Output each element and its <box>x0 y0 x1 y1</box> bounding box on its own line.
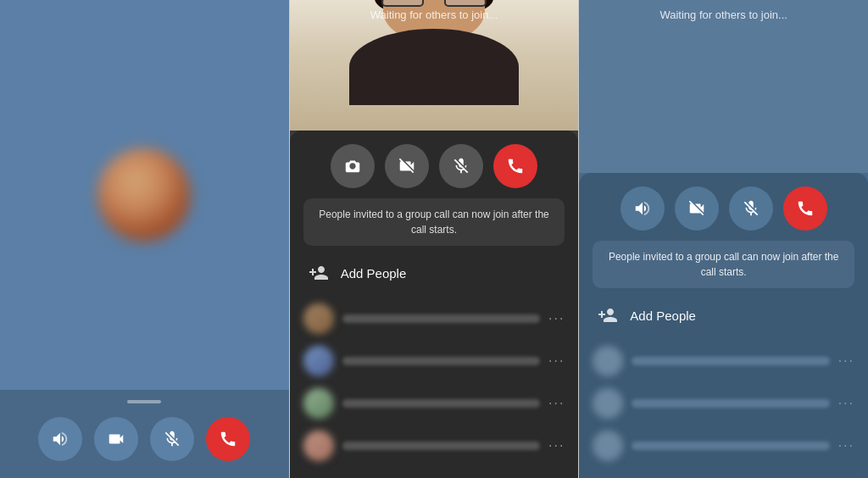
video-icon-p1 <box>107 430 125 448</box>
speaker-button[interactable] <box>38 417 82 461</box>
panel-active-call-light: Waiting for others to join... <box>579 0 868 478</box>
speaker-button-p3[interactable] <box>620 186 665 231</box>
contact-avatar-p3-3 <box>593 431 623 461</box>
contact-item-1: ··· <box>303 300 565 337</box>
camera-flip-button[interactable] <box>331 144 375 188</box>
contact-item-p3-1: ··· <box>593 342 854 380</box>
contact-avatar-p3-2 <box>593 388 623 419</box>
video-off-button[interactable] <box>385 144 429 188</box>
contact-dots-1: ··· <box>548 311 565 326</box>
swipe-indicator <box>127 400 161 403</box>
video-button-p3[interactable] <box>675 186 719 231</box>
contact-name-3 <box>342 399 540 408</box>
panel-active-call-dark: Waiting for others to join... <box>290 0 579 478</box>
end-call-icon-p3 <box>796 199 815 218</box>
contact-name-p3-1 <box>632 357 829 365</box>
mute-button-p1[interactable] <box>150 417 194 461</box>
waiting-text-p3: Waiting for others to join... <box>579 8 868 21</box>
info-box-p3: People invited to a group call can now j… <box>593 241 854 288</box>
contact-avatar-4 <box>303 431 334 461</box>
add-person-icon-p3 <box>598 305 618 325</box>
avatar-container <box>0 0 289 390</box>
add-people-row-p2[interactable]: Add People <box>303 256 565 290</box>
contact-name-p3-3 <box>632 442 829 450</box>
sheet-controls-p3 <box>593 186 854 231</box>
contact-avatar-p3-1 <box>593 346 623 376</box>
bottom-sheet-p3: People invited to a group call can now j… <box>579 173 868 478</box>
mute-button-p3[interactable] <box>729 186 773 231</box>
add-person-icon <box>309 263 329 283</box>
speaker-icon-p3 <box>633 199 652 218</box>
contact-item-p3-3: ··· <box>593 427 854 464</box>
contact-name-p3-2 <box>632 399 829 408</box>
controls-bar-panel1 <box>0 390 289 478</box>
add-people-label-p2: Add People <box>341 266 407 281</box>
contact-item-p3-2: ··· <box>593 385 854 422</box>
contact-dots-4: ··· <box>548 438 565 453</box>
camera-flip-icon <box>343 157 362 175</box>
sheet-controls-p2 <box>303 144 565 188</box>
end-call-icon-p1 <box>219 430 237 448</box>
contact-dots-p3-1: ··· <box>838 353 854 369</box>
add-people-label-p3: Add People <box>630 308 696 323</box>
contact-avatar-2 <box>303 346 334 376</box>
contact-dots-2: ··· <box>548 353 565 369</box>
contact-item-2: ··· <box>303 342 565 380</box>
end-call-button-p1[interactable] <box>206 417 250 461</box>
contact-list-p2: ··· ··· ··· ··· <box>303 300 565 464</box>
speaker-icon <box>51 430 70 448</box>
contact-item-4: ··· <box>303 427 565 464</box>
contact-dots-p3-3: ··· <box>838 438 854 453</box>
video-area-p3: Waiting for others to join... <box>579 0 868 173</box>
contact-dots-p3-2: ··· <box>838 396 854 411</box>
control-buttons-panel1 <box>38 417 250 461</box>
mute-icon-p1 <box>163 430 181 448</box>
end-call-button-p3[interactable] <box>783 186 827 231</box>
video-icon-p3 <box>687 199 706 218</box>
contact-avatar-blurred <box>97 148 191 242</box>
bottom-sheet-p2: People invited to a group call can now j… <box>290 131 579 478</box>
end-call-icon-p2 <box>506 157 525 175</box>
contact-name-2 <box>342 357 540 365</box>
contact-name-1 <box>342 314 540 323</box>
contact-avatar-1 <box>303 303 334 334</box>
contact-list-p3: ··· ··· ··· <box>593 342 854 464</box>
contact-dots-3: ··· <box>548 396 565 411</box>
panel-incoming-call <box>0 0 289 478</box>
add-people-icon-p2 <box>305 259 332 286</box>
contact-name-4 <box>342 442 540 450</box>
contact-item-3: ··· <box>303 385 565 422</box>
waiting-text-p2: Waiting for others to join... <box>290 8 579 21</box>
mute-button-p2[interactable] <box>439 144 483 188</box>
add-people-icon-p3 <box>594 302 621 329</box>
mute-icon-p3 <box>742 199 760 218</box>
video-button-p1[interactable] <box>94 417 138 461</box>
end-call-button-p2[interactable] <box>493 144 537 188</box>
video-feed-p2: Waiting for others to join... <box>290 0 579 131</box>
video-area-p2: Waiting for others to join... <box>290 0 579 131</box>
add-people-row-p3[interactable]: Add People <box>593 298 854 332</box>
mute-icon-p2 <box>452 157 470 175</box>
video-off-icon <box>398 157 416 175</box>
info-box-p2: People invited to a group call can now j… <box>303 198 565 246</box>
contact-avatar-3 <box>303 388 334 419</box>
